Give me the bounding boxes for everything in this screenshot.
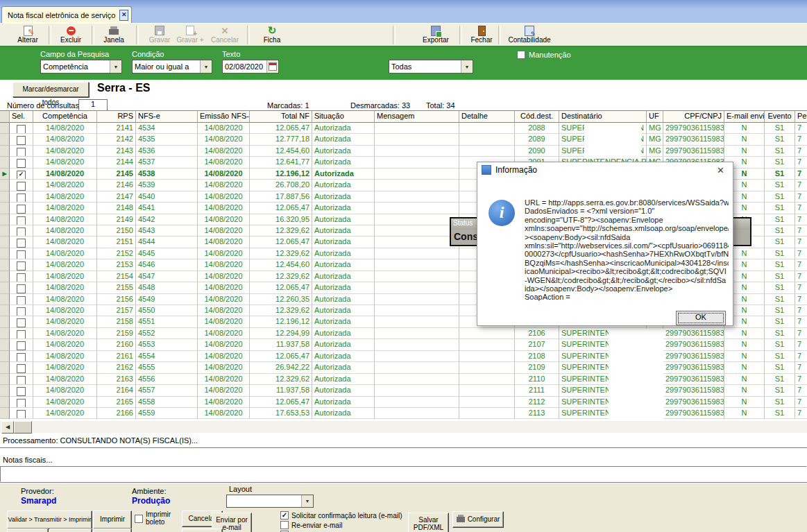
row-checkbox[interactable]: ✓ (17, 171, 26, 180)
tab-nota-fiscal[interactable]: Nota fiscal eletrônica de serviço ✕ (1, 6, 132, 23)
imprimir-boleto-checkbox[interactable] (135, 515, 143, 523)
row-checkbox[interactable] (17, 364, 26, 373)
column-header-ind[interactable] (0, 110, 10, 123)
column-header-comp[interactable]: Competência (33, 110, 97, 123)
configurar-button[interactable]: Configurar (452, 511, 504, 528)
scroll-left-icon[interactable]: ◀ (1, 421, 14, 434)
row-checkbox[interactable] (17, 250, 26, 259)
column-header-msg[interactable]: Mensagem (375, 110, 459, 123)
horizontal-scrollbar[interactable]: ◀ (0, 421, 807, 433)
table-row[interactable]: 14/08/20202159455214/08/202012.294,99Aut… (0, 328, 807, 339)
row-checkbox[interactable] (17, 194, 26, 203)
chevron-down-icon[interactable]: ▼ (110, 60, 121, 73)
transmitir-button[interactable]: Transmitir (49, 529, 92, 532)
row-checkbox[interactable] (17, 284, 26, 293)
table-row[interactable]: 14/08/20202165455814/08/202012.065,47Aut… (0, 397, 807, 408)
row-checkbox[interactable] (17, 159, 26, 168)
row-checkbox[interactable] (17, 239, 26, 248)
table-row[interactable]: 14/08/20202142453514/08/202012.777,18Aut… (0, 134, 807, 145)
row-checkbox[interactable] (17, 318, 26, 327)
column-header-sel[interactable]: Sel. (10, 110, 33, 123)
chevron-down-icon[interactable]: ▼ (461, 60, 473, 73)
proximas-button[interactable]: Próximas (93, 529, 132, 532)
table-row[interactable]: 14/08/20202143453614/08/202012.454,60Aut… (0, 146, 807, 157)
layout-select[interactable]: ▼ (226, 495, 314, 508)
column-header-ev[interactable]: Evento (765, 110, 795, 123)
column-header-rps[interactable]: RPS (97, 110, 136, 123)
ok-button[interactable]: OK (676, 311, 726, 325)
salvar-pdf-xml-button[interactable]: Salvar PDF/XML (408, 513, 449, 532)
tab-close-icon[interactable]: ✕ (119, 10, 128, 21)
confirmacao-checkbox[interactable] (280, 511, 289, 520)
imprimir-button[interactable]: Imprimir (93, 510, 132, 529)
calendar-icon[interactable] (266, 60, 278, 73)
table-row[interactable]: 14/08/20202164455714/08/202011.937,58Aut… (0, 385, 807, 396)
column-header-email[interactable]: E-mail enviado (724, 110, 765, 123)
row-checkbox[interactable] (17, 228, 26, 237)
table-row[interactable]: 14/08/20202166455914/08/202017.653,53Aut… (0, 408, 807, 419)
table-row[interactable]: 14/08/20202161455414/08/202012.065,47Aut… (0, 351, 807, 362)
cancelar-toolbar-button[interactable]: ✕ Cancelar (207, 24, 243, 46)
contabilidade-button[interactable]: Contabilidade (502, 24, 557, 46)
column-header-dest[interactable]: Destinatário (559, 110, 647, 123)
row-checkbox[interactable] (17, 205, 26, 214)
row-checkbox[interactable] (17, 387, 26, 396)
row-checkbox[interactable] (17, 341, 26, 350)
row-indicator (0, 385, 10, 396)
manutencao-checkbox[interactable] (517, 51, 525, 59)
refresh-icon: ↻ (268, 25, 277, 36)
reenviar-checkbox[interactable] (280, 521, 289, 529)
scrollbar-thumb[interactable] (14, 421, 32, 434)
column-header-total[interactable]: Total NF (250, 110, 312, 123)
table-row[interactable]: 14/08/20202160455314/08/202011.937,58Aut… (0, 339, 807, 350)
cell-rps: 2141 (97, 123, 136, 134)
row-checkbox[interactable] (17, 399, 26, 408)
alterar-button[interactable]: ✎ Alterar (10, 24, 46, 46)
column-header-cpf[interactable]: CPF/CNPJ (663, 110, 724, 123)
row-checkbox[interactable] (17, 216, 26, 225)
marcar-desmarcar-button[interactable]: Marcar/desmarcar todos (12, 82, 89, 97)
gravar-mais-button[interactable]: Gravar + (172, 24, 208, 46)
column-header-cod[interactable]: Cód.dest. (515, 110, 559, 123)
table-row[interactable]: 14/08/20202163455614/08/202012.329,62Aut… (0, 374, 807, 385)
row-checkbox[interactable] (17, 261, 26, 271)
row-checkbox[interactable] (17, 330, 26, 339)
column-header-det[interactable]: Detalhe (459, 110, 515, 123)
consultas-input[interactable]: 1 (78, 99, 108, 111)
dialog-titlebar[interactable]: Informação ✕ (477, 162, 733, 178)
row-checkbox[interactable] (17, 353, 26, 362)
campo-select[interactable]: Competência ▼ (40, 60, 122, 74)
chevron-down-icon[interactable]: ▼ (301, 495, 313, 507)
ficha-button[interactable]: ↻ Ficha (254, 24, 290, 46)
row-checkbox[interactable] (17, 410, 26, 419)
column-header-ped[interactable]: Ped (795, 110, 807, 123)
table-row[interactable]: 14/08/20202162455514/08/202026.942,22Aut… (0, 362, 807, 373)
row-checkbox[interactable] (17, 296, 26, 305)
texto-input[interactable]: 02/08/2020 (222, 60, 279, 74)
condicao-select[interactable]: Maior ou igual a ▼ (132, 60, 212, 74)
column-header-nfse[interactable]: NFS-e (136, 110, 198, 123)
row-checkbox[interactable] (17, 136, 26, 145)
exportar-button[interactable]: Exportar (416, 24, 455, 46)
row-checkbox[interactable] (17, 125, 26, 134)
row-checkbox[interactable] (17, 182, 26, 191)
excluir-button[interactable]: Excluir (53, 24, 89, 46)
layout-label: Layout (229, 485, 252, 493)
close-icon[interactable]: ✕ (713, 165, 729, 175)
chevron-down-icon[interactable]: ▼ (200, 60, 212, 73)
fechar-button[interactable]: Fechar (464, 24, 500, 46)
row-checkbox[interactable] (17, 148, 26, 157)
cell-det (459, 328, 515, 339)
column-header-em[interactable]: Emissão NFS-e (198, 110, 250, 123)
validar-button[interactable]: Validar (7, 529, 49, 532)
column-header-sit[interactable]: Situação (312, 110, 375, 123)
row-checkbox[interactable] (17, 273, 26, 282)
consultar-button[interactable]: Consultar (182, 529, 223, 532)
column-header-uf[interactable]: UF (647, 110, 663, 123)
janela-button[interactable]: Janela (96, 24, 132, 46)
row-checkbox[interactable] (17, 307, 26, 316)
table-row[interactable]: 14/08/20202141453414/08/202012.065,47Aut… (0, 123, 807, 134)
row-checkbox[interactable] (17, 376, 26, 385)
filter-select[interactable]: Todas ▼ (389, 60, 473, 74)
validar-transmitir-imprimir-button[interactable]: Validar > Transmitir > Imprimir (7, 510, 92, 529)
